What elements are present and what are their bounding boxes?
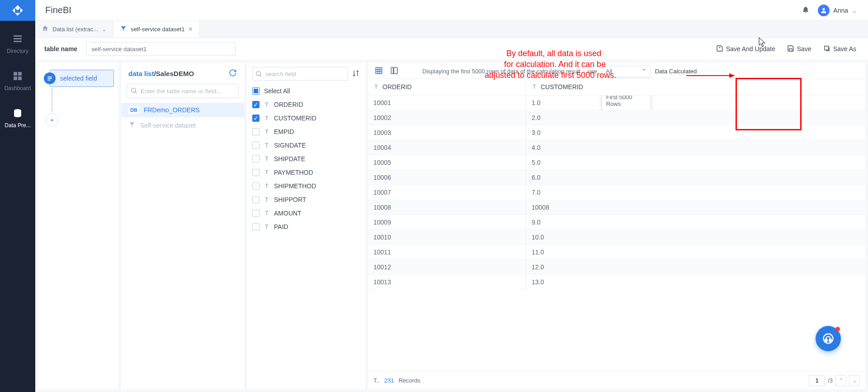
fields-search-input[interactable] [252, 67, 348, 81]
text-type-icon: T [264, 210, 269, 216]
table-row[interactable]: 1001111.0 [368, 245, 865, 260]
table-name-input[interactable] [86, 42, 236, 56]
field-row[interactable]: TSHIPDATE [247, 152, 365, 166]
field-row[interactable]: TSIGNDATE [247, 139, 365, 152]
chevron-down-icon[interactable]: ⌄ [102, 26, 107, 33]
save-button[interactable]: Save [784, 45, 814, 53]
sort-icon[interactable] [352, 69, 360, 79]
table-row[interactable]: 100011.0 [368, 96, 865, 110]
help-bubble[interactable] [816, 326, 841, 351]
text-type-icon: T [264, 169, 269, 176]
table-row[interactable]: 100044.0 [368, 140, 865, 155]
page-input[interactable] [809, 375, 825, 386]
checkbox-icon[interactable] [252, 182, 259, 190]
checkbox-icon[interactable] [252, 223, 259, 230]
col-customerid[interactable]: T CUSTOMERID [526, 79, 865, 95]
table-row[interactable]: 1001313.0 [368, 275, 865, 290]
nav-directory[interactable]: Directory [7, 33, 28, 54]
add-step-button[interactable]: + [45, 113, 59, 127]
tab-dataset[interactable]: self-service dataset1 ✕ [113, 21, 200, 38]
source-item-selfservice[interactable]: Self-service dataset [121, 117, 244, 133]
database-icon: DB [128, 106, 139, 114]
svg-rect-3 [14, 41, 22, 42]
left-nav: Directory Dashboard Data Pre... [0, 21, 35, 392]
table-row[interactable]: 100066.0 [368, 170, 865, 185]
source-search-input[interactable] [127, 84, 239, 98]
table-view-icon[interactable] [373, 65, 384, 77]
step-connector [52, 88, 52, 111]
list-view-icon[interactable] [389, 65, 400, 77]
svg-rect-12 [47, 80, 50, 81]
source-item-frdemo[interactable]: DB FRDemo_ORDERS [121, 103, 244, 117]
field-row[interactable]: TEMPID [247, 125, 365, 139]
text-type-icon: T [264, 224, 269, 230]
svg-rect-26 [825, 339, 827, 342]
checkbox-icon[interactable] [252, 196, 259, 203]
user-menu[interactable]: Anna ⌄ [818, 5, 857, 16]
page-prev-button[interactable]: ⌃ [835, 375, 846, 386]
close-icon[interactable]: ✕ [188, 26, 193, 33]
field-row[interactable]: TAMOUNT [247, 206, 365, 220]
preview-info: Displaying the first 5000 rows of data o… [422, 68, 580, 75]
action-row: table name Save And Update Save Save As [35, 38, 868, 60]
step-selected-field[interactable]: selected field [50, 70, 114, 87]
field-row[interactable]: ✓TCUSTOMERID [247, 111, 365, 125]
checkbox-icon[interactable] [252, 142, 259, 149]
user-avatar-icon [818, 5, 830, 16]
checkbox-icon[interactable]: ✓ [252, 101, 259, 108]
save-as-button[interactable]: Save As [821, 45, 859, 53]
checkbox-icon[interactable]: ✓ [252, 115, 259, 122]
table-row[interactable]: 100022.0 [368, 110, 865, 125]
table-header: T ORDERID T CUSTOMERID [368, 79, 865, 96]
data-source-panel: data list/SalesDEMO DB FRDemo_ORDERS [121, 62, 244, 389]
field-row[interactable]: ✓TORDERID [247, 98, 365, 111]
field-row[interactable]: TSHIPMETHOD [247, 179, 365, 193]
svg-line-16 [260, 75, 261, 76]
checkbox-icon[interactable] [252, 155, 259, 163]
tab-data-list[interactable]: Data list (extrac... ⌄ [35, 21, 113, 38]
table-row[interactable]: 100033.0 [368, 125, 865, 140]
checkbox-icon[interactable] [252, 169, 259, 176]
data-table: T ORDERID T CUSTOMERID 100011.0100022.01… [368, 78, 865, 371]
app-logo[interactable] [0, 0, 35, 21]
notifications-icon[interactable] [802, 5, 810, 15]
calculation-dropdown[interactable]: All ⌃ All First 5000 Rows [602, 66, 651, 77]
svg-rect-27 [829, 339, 831, 342]
workspace: selected field + data list/SalesDEMO [35, 60, 868, 392]
page-next-button[interactable]: ⌄ [849, 375, 860, 386]
pager: /3 ⌃ ⌄ [809, 375, 860, 386]
nav-data-preparation[interactable]: Data Pre... [5, 108, 30, 129]
table-row[interactable]: 100099.0 [368, 215, 865, 230]
svg-rect-7 [18, 76, 22, 80]
brand-name: FineBI [45, 5, 802, 15]
svg-point-13 [132, 88, 136, 92]
checkbox-icon[interactable] [252, 128, 259, 135]
dataset-muted-icon [128, 121, 136, 129]
use-label: use [588, 68, 597, 75]
checkbox-partial-icon[interactable] [252, 87, 259, 95]
dataset-icon [120, 25, 127, 33]
table-row[interactable]: 100055.0 [368, 155, 865, 170]
steps-panel: selected field + [38, 62, 118, 389]
refresh-icon[interactable] [229, 69, 237, 78]
save-update-button[interactable]: Save And Update [713, 45, 778, 53]
select-all-row[interactable]: Select All [247, 84, 365, 98]
checkbox-icon[interactable] [252, 210, 259, 217]
save-as-icon [823, 45, 830, 53]
svg-rect-22 [391, 67, 393, 74]
table-row[interactable]: 100077.0 [368, 185, 865, 200]
fields-panel: Select All ✓TORDERID✓TCUSTOMERIDTEMPIDTS… [247, 62, 365, 389]
col-orderid[interactable]: T ORDERID [368, 79, 526, 95]
table-row[interactable]: 1001212.0 [368, 260, 865, 275]
table-row[interactable]: 1000810008 [368, 200, 865, 215]
field-row[interactable]: TPAYMETHOD [247, 166, 365, 179]
nav-dashboard[interactable]: Dashboard [5, 71, 31, 91]
text-type-icon: T [264, 156, 269, 162]
table-name-label: table name [44, 45, 77, 53]
field-row[interactable]: TSHIPPORT [247, 193, 365, 206]
svg-line-14 [135, 92, 137, 93]
svg-point-0 [823, 8, 825, 10]
chevron-down-icon: ⌄ [852, 7, 857, 14]
field-row[interactable]: TPAID [247, 220, 365, 234]
table-row[interactable]: 1001010.0 [368, 230, 865, 245]
